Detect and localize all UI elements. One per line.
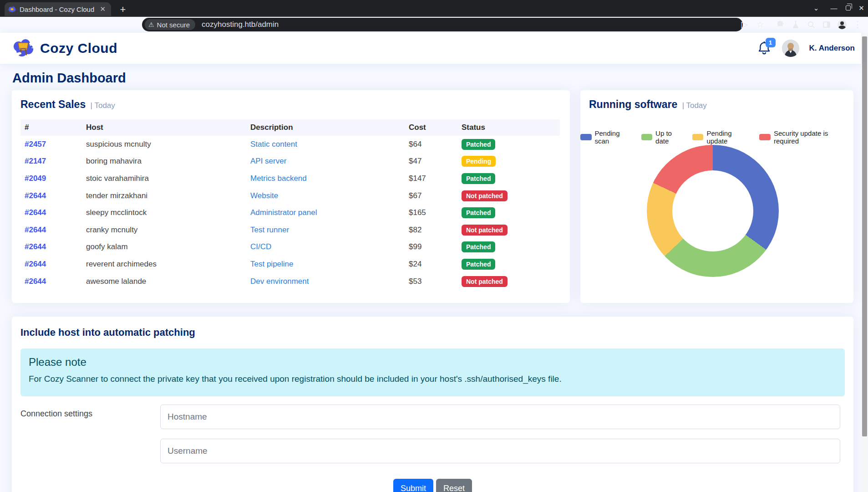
col-header-description: Description	[246, 123, 405, 132]
url-text[interactable]: cozyhosting.htb/admin	[202, 20, 279, 29]
sale-id-link[interactable]: #2644	[25, 226, 46, 234]
legend-item[interactable]: Security update is required	[759, 129, 853, 145]
extensions-puzzle-icon[interactable]	[772, 17, 788, 32]
legend-label: Up to date	[655, 129, 686, 145]
sale-id-link[interactable]: #2457	[25, 140, 46, 149]
tab-title: Dashboard - Cozy Cloud	[20, 5, 98, 13]
table-row: #2049 stoic varahamihira Metrics backend…	[20, 170, 560, 187]
flask-icon[interactable]	[788, 17, 803, 32]
sale-host: reverent archimedes	[82, 260, 246, 269]
hostname-input[interactable]	[160, 405, 840, 429]
browser-profile-avatar[interactable]	[834, 17, 850, 32]
patching-title: Include host into automatic patching	[20, 327, 195, 338]
sale-cost: $67	[405, 191, 457, 200]
favicon-cloud-icon	[8, 6, 16, 12]
running-software-subtitle: | Today	[682, 101, 707, 110]
notifications-button[interactable]: 1	[757, 41, 772, 56]
sale-id-link[interactable]: #2644	[25, 260, 46, 268]
running-software-title: Running software | Today	[580, 90, 853, 114]
table-row: #2644 sleepy mcclintock Administrator pa…	[20, 204, 560, 221]
col-header-host: Host	[82, 123, 246, 132]
sale-description-link[interactable]: CI/CD	[250, 242, 271, 251]
brand-logo[interactable]: Cozy Cloud	[12, 38, 117, 58]
address-bar[interactable]: ⚠ Not secure cozyhosting.htb/admin	[142, 18, 743, 31]
sale-id-link[interactable]: #2644	[25, 242, 46, 251]
recent-sales-title: Recent Sales | Today	[12, 90, 570, 114]
header-actions: 1 K. Anderson	[757, 40, 855, 57]
submit-button[interactable]: Submit	[393, 479, 433, 492]
legend-item[interactable]: Pending scan	[580, 129, 635, 145]
legend-item[interactable]: Up to date	[641, 129, 686, 145]
sale-description-link[interactable]: Dev environment	[250, 277, 309, 286]
sale-cost: $53	[405, 277, 457, 286]
alert-title: Please note	[29, 356, 86, 369]
legend-swatch	[641, 134, 653, 140]
menu-kebab-icon[interactable]: ⋮	[850, 17, 865, 32]
donut-hole	[672, 170, 753, 251]
recent-sales-title-text: Recent Sales	[20, 98, 86, 110]
legend-item[interactable]: Pending update	[692, 129, 754, 145]
status-badge: Patched	[462, 259, 495, 270]
user-avatar[interactable]	[782, 40, 799, 57]
sale-cost: $147	[405, 174, 457, 183]
browser-window: Dashboard - Cozy Cloud ✕ + ⌄ — ✕ ← → ⟳ ⚠…	[0, 0, 868, 492]
minimize-button[interactable]: —	[826, 0, 842, 16]
sale-cost: $64	[405, 140, 457, 149]
sale-cost: $24	[405, 260, 457, 269]
brand-name[interactable]: Cozy Cloud	[40, 41, 117, 56]
sale-host: goofy kalam	[82, 242, 246, 251]
scrollbar-track[interactable]	[861, 33, 868, 492]
reset-button[interactable]: Reset	[436, 479, 472, 492]
sale-description-link[interactable]: Static content	[250, 140, 297, 149]
sale-description-link[interactable]: Website	[250, 191, 278, 200]
sale-id-link[interactable]: #2644	[25, 208, 46, 217]
sale-description-link[interactable]: Metrics backend	[250, 174, 307, 183]
username-input[interactable]	[160, 439, 840, 463]
share-icon[interactable]: ▷	[737, 17, 752, 32]
sale-id-link[interactable]: #2644	[25, 191, 46, 200]
sale-host: awesome lalande	[82, 277, 246, 286]
legend-label: Pending update	[706, 129, 753, 145]
legend-label: Pending scan	[595, 129, 635, 145]
scrollbar-thumb[interactable]	[862, 36, 867, 436]
side-panel-icon[interactable]	[819, 17, 834, 32]
close-window-button[interactable]: ✕	[855, 0, 868, 16]
table-row: #2644 goofy kalam CI/CD $99 Patched	[20, 239, 560, 256]
sale-description-link[interactable]: Administrator panel	[250, 208, 317, 217]
browser-tab[interactable]: Dashboard - Cozy Cloud ✕	[5, 2, 111, 16]
running-software-title-text: Running software	[589, 98, 677, 110]
user-name[interactable]: K. Anderson	[809, 44, 855, 53]
bookmark-star-icon[interactable]: ☆	[752, 17, 768, 32]
sale-description-link[interactable]: Test runner	[250, 226, 289, 234]
donut-chart	[647, 145, 779, 277]
restore-button[interactable]	[840, 0, 856, 16]
status-badge: Pending	[462, 156, 496, 167]
legend-label: Security update is required	[774, 129, 853, 145]
app-header: Cozy Cloud 1 K. Anderson	[0, 33, 861, 64]
table-body: #2457 suspicious mcnulty Static content …	[20, 136, 560, 290]
tab-strip: Dashboard - Cozy Cloud ✕ + ⌄ — ✕	[0, 0, 868, 16]
table-row: #2147 boring mahavira API server $47 Pen…	[20, 153, 560, 170]
info-alert: Please note For Cozy Scanner to connect …	[20, 348, 845, 396]
tab-close-icon[interactable]: ✕	[98, 5, 107, 13]
side-panel-glyph	[823, 21, 830, 28]
sale-id-link[interactable]: #2644	[25, 277, 46, 286]
security-chip[interactable]: ⚠ Not secure	[145, 19, 195, 30]
profile-icon	[838, 20, 847, 29]
search-icon[interactable]	[803, 17, 819, 32]
recent-sales-subtitle: | Today	[91, 101, 115, 110]
sale-id-link[interactable]: #2049	[25, 174, 46, 183]
warning-icon: ⚠	[148, 21, 154, 28]
notification-count-badge: 1	[766, 38, 776, 47]
table-row: #2644 cranky mcnulty Test runner $82 Not…	[20, 221, 560, 239]
sale-host: cranky mcnulty	[82, 226, 246, 235]
cozy-cloud-logo-icon	[12, 38, 36, 58]
tab-search-chevron-icon[interactable]: ⌄	[808, 0, 824, 16]
new-tab-button[interactable]: +	[117, 3, 129, 16]
sale-id-link[interactable]: #2147	[25, 157, 46, 165]
sale-description-link[interactable]: API server	[250, 157, 286, 165]
sale-description-link[interactable]: Test pipeline	[250, 260, 294, 268]
col-header-status: Status	[457, 123, 560, 132]
legend-swatch	[580, 134, 592, 140]
sale-cost: $47	[405, 157, 457, 166]
